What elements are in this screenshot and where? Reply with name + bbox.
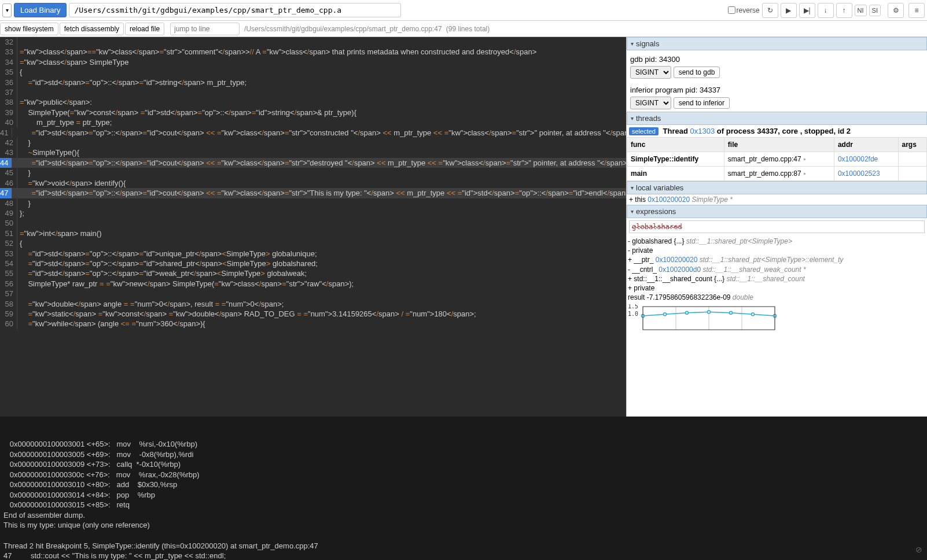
code-line[interactable]: 51="kw">int</span> main() bbox=[0, 229, 626, 238]
caret-down-icon: ▾ bbox=[631, 185, 634, 191]
source-code-pane: 3233="kw">class</span>=="kw">class</span… bbox=[0, 37, 626, 417]
code-line[interactable]: 36 ="id">std</span>="op">::</span>="id">… bbox=[0, 78, 626, 87]
code-line[interactable]: 42 } bbox=[0, 138, 626, 148]
code-line[interactable]: 59 ="kw">static</span> ="kw">const</span… bbox=[0, 309, 626, 319]
load-dropdown-caret[interactable]: ▾ bbox=[2, 3, 12, 17]
step-over-button[interactable]: ↓ bbox=[818, 3, 834, 18]
code-line[interactable]: 46 ="kw">void</span> identify(){ bbox=[0, 178, 626, 188]
result-chart: 1.51.0 bbox=[627, 304, 927, 332]
code-line[interactable]: 47 ="id">std</span>="op">::</span>="id">… bbox=[0, 188, 626, 198]
gdb-console[interactable]: 0x0000000100003001 <+65>: mov %rsi,-0x10… bbox=[0, 417, 927, 560]
settings-gear-icon[interactable]: ⚙ bbox=[888, 3, 904, 18]
code-line[interactable]: 34="kw">class</span> SimpleType bbox=[0, 57, 626, 67]
svg-point-8 bbox=[664, 313, 667, 316]
code-line[interactable]: 60 ="kw">while</span> (angle <= ="num">3… bbox=[0, 319, 626, 329]
code-line[interactable]: 40 m_ptr_type = ptr_type; bbox=[0, 117, 626, 127]
restart-button[interactable]: ↻ bbox=[762, 3, 778, 18]
code-line[interactable]: 52{ bbox=[0, 238, 626, 248]
code-line[interactable]: 38="kw">public</span>: bbox=[0, 97, 626, 107]
top-toolbar: ▾ Load Binary reverse ↻ ▶ ▶| ↓ ↑ NI SI ⚙… bbox=[0, 0, 927, 21]
code-line[interactable]: 54 ="id">std</span>="op">::</span>="id">… bbox=[0, 259, 626, 268]
threads-panel-header[interactable]: ▾threads bbox=[627, 112, 927, 125]
inferior-signal-select[interactable]: SIGINT bbox=[630, 97, 671, 109]
localvar-row[interactable]: + this 0x100200020 SimpleType * bbox=[627, 194, 927, 205]
svg-point-11 bbox=[730, 311, 733, 314]
load-binary-button[interactable]: Load Binary bbox=[14, 3, 67, 17]
menu-icon[interactable]: ≡ bbox=[908, 3, 925, 18]
code-line[interactable]: 53 ="id">std</span>="op">::</span>="id">… bbox=[0, 249, 626, 259]
gdb-signal-select[interactable]: SIGINT bbox=[630, 66, 671, 79]
svg-point-12 bbox=[752, 313, 755, 316]
code-line[interactable]: 44 ="id">std</span>="op">::</span>="id">… bbox=[0, 158, 626, 168]
caret-down-icon: ▾ bbox=[631, 208, 634, 215]
code-line[interactable]: 48 } bbox=[0, 198, 626, 208]
table-row[interactable]: mainsmart_ptr_demo.cpp:87 ▪0x100002523 bbox=[627, 167, 927, 181]
inferior-pid-label: inferior program pid: 34337 bbox=[630, 83, 924, 97]
pause-button[interactable]: ▶| bbox=[799, 3, 815, 18]
show-filesystem-button[interactable]: show filesystem bbox=[0, 23, 58, 35]
current-file-path: /Users/cssmith/git/gdbgui/examples/cpp/s… bbox=[244, 25, 490, 33]
svg-text:1.5: 1.5 bbox=[628, 304, 638, 310]
caret-down-icon: ▾ bbox=[631, 40, 634, 47]
localvars-panel-header[interactable]: ▾local variables bbox=[627, 181, 927, 194]
continue-button[interactable]: ▶ bbox=[781, 3, 797, 18]
code-line[interactable]: 58 ="kw">double</span> angle = ="num">0<… bbox=[0, 299, 626, 309]
step-out-button[interactable]: ↑ bbox=[836, 3, 852, 18]
binary-path-input[interactable] bbox=[69, 3, 401, 17]
step-instruction-button[interactable]: SI bbox=[869, 5, 881, 16]
jump-to-line-input[interactable] bbox=[170, 23, 240, 35]
code-scroll-area[interactable]: 3233="kw">class</span>=="kw">class</span… bbox=[0, 37, 626, 417]
code-line[interactable]: 32 bbox=[0, 37, 626, 47]
thread-selected-row[interactable]: selected Thread 0x1303 of process 34337,… bbox=[627, 125, 927, 137]
code-line[interactable]: 45 } bbox=[0, 168, 626, 178]
gdb-pid-label: gdb pid: 34300 bbox=[630, 53, 924, 66]
send-to-gdb-button[interactable]: send to gdb bbox=[674, 67, 720, 78]
reverse-checkbox[interactable]: reverse bbox=[728, 6, 760, 14]
fetch-disassembly-button[interactable]: fetch disassembly bbox=[60, 23, 124, 35]
code-line[interactable]: 37 bbox=[0, 87, 626, 97]
file-toolbar: show filesystem fetch disassembly reload… bbox=[0, 21, 927, 37]
reload-file-button[interactable]: reload file bbox=[125, 23, 164, 35]
code-line[interactable]: 41 ="id">std</span>="op">::</span>="id">… bbox=[0, 128, 626, 138]
expression-input[interactable] bbox=[629, 220, 925, 233]
code-line[interactable]: 57 bbox=[0, 289, 626, 299]
blocked-icon: ⊘ bbox=[915, 544, 922, 555]
svg-text:1.0: 1.0 bbox=[628, 311, 638, 318]
threads-table: func file addr args SimpleType::identify… bbox=[627, 137, 927, 181]
send-to-inferior-button[interactable]: send to inferior bbox=[674, 97, 730, 109]
right-panels: ▾signals gdb pid: 34300 SIGINT send to g… bbox=[626, 37, 927, 417]
code-line[interactable]: 33="kw">class</span>=="kw">class</span>=… bbox=[0, 47, 626, 57]
svg-point-10 bbox=[708, 311, 711, 314]
expression-tree[interactable]: - globalshared {...} std::__1::shared_pt… bbox=[627, 235, 927, 302]
code-line[interactable]: 35{ bbox=[0, 67, 626, 77]
next-instruction-button[interactable]: NI bbox=[855, 5, 867, 16]
table-row[interactable]: SimpleType::identifysmart_ptr_demo.cpp:4… bbox=[627, 152, 927, 167]
caret-down-icon: ▾ bbox=[631, 115, 634, 121]
code-line[interactable]: 55 ="id">std</span>="op">::</span>="id">… bbox=[0, 268, 626, 278]
reverse-checkbox-input[interactable] bbox=[728, 6, 735, 14]
code-line[interactable]: 50 bbox=[0, 218, 626, 228]
code-line[interactable]: 39 SimpleType(="kw">const</span> ="id">s… bbox=[0, 108, 626, 117]
code-line[interactable]: 56 SimpleType* raw_ptr = ="kw">new</span… bbox=[0, 279, 626, 289]
code-line[interactable]: 49}; bbox=[0, 208, 626, 218]
signals-panel-body: gdb pid: 34300 SIGINT send to gdb inferi… bbox=[627, 50, 927, 112]
expressions-panel-header[interactable]: ▾expressions bbox=[627, 205, 927, 218]
signals-panel-header[interactable]: ▾signals bbox=[627, 37, 927, 50]
code-line[interactable]: 43 ~SimpleType(){ bbox=[0, 148, 626, 157]
svg-point-9 bbox=[686, 311, 689, 314]
